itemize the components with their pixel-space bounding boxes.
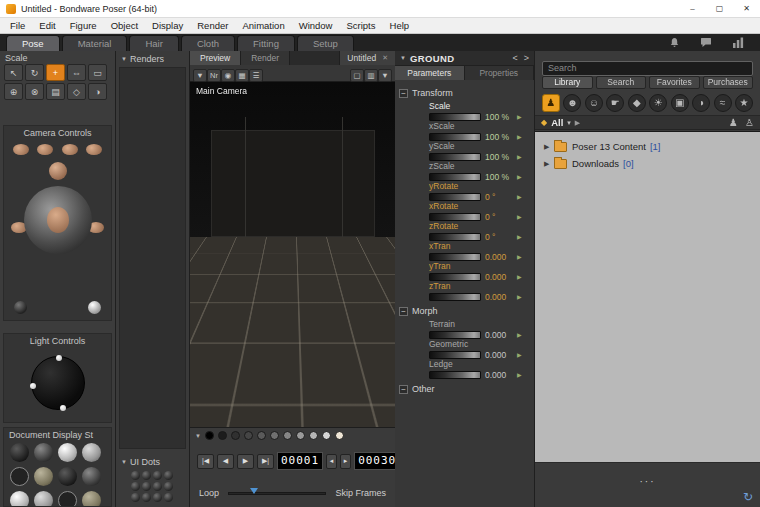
- document-close-icon[interactable]: ✕: [382, 54, 388, 62]
- style-flat-shaded-icon[interactable]: [270, 431, 279, 440]
- first-frame-button[interactable]: |◀: [197, 454, 214, 469]
- display-style-sphere[interactable]: [10, 491, 29, 506]
- render-compare-icon[interactable]: ☰: [249, 69, 263, 82]
- quick-figure-icon[interactable]: ♟: [729, 117, 738, 128]
- parameter-next-icon[interactable]: ▶: [517, 193, 522, 200]
- parameter-next-icon[interactable]: ▶: [517, 371, 522, 378]
- renders-list-area[interactable]: [119, 67, 186, 449]
- parameter-dial[interactable]: [429, 113, 481, 121]
- parameter-dial[interactable]: [429, 213, 481, 221]
- filter-expand-icon[interactable]: ▶: [575, 119, 580, 127]
- flash-render-icon[interactable]: ◉: [221, 69, 235, 82]
- prev-frame-button[interactable]: ◀: [217, 454, 234, 469]
- prev-actor-button[interactable]: <: [512, 53, 517, 63]
- ui-dot[interactable]: [142, 471, 151, 480]
- single-pane-icon[interactable]: ▢: [350, 69, 364, 82]
- menu-window[interactable]: Window: [292, 18, 340, 34]
- light-dot-icon[interactable]: [30, 383, 36, 389]
- room-tab-fitting[interactable]: Fitting: [237, 35, 295, 51]
- camera-trackball[interactable]: [24, 186, 92, 254]
- poses-category-icon[interactable]: ☻: [563, 94, 581, 112]
- render-queue-chart-icon[interactable]: [732, 37, 744, 48]
- display-style-sphere[interactable]: [34, 467, 53, 486]
- menu-render[interactable]: Render: [190, 18, 235, 34]
- ui-dot[interactable]: [164, 482, 173, 491]
- style-outline-icon[interactable]: [218, 431, 227, 440]
- lights-category-icon[interactable]: ☀: [649, 94, 667, 112]
- ui-dot[interactable]: [153, 482, 162, 491]
- parameter-next-icon[interactable]: ▶: [517, 113, 522, 120]
- more-options-icon[interactable]: ···: [640, 476, 656, 487]
- pane-layout-dropdown[interactable]: ▼: [378, 69, 392, 82]
- scenes-category-icon[interactable]: ★: [735, 94, 753, 112]
- timeline-scrubber[interactable]: [228, 492, 326, 495]
- library-item[interactable]: ▶Poser 13 Content[1]: [535, 138, 760, 155]
- minimize-button[interactable]: –: [679, 0, 706, 17]
- current-frame-display[interactable]: 00001: [277, 452, 323, 470]
- parameter-dial[interactable]: [429, 273, 481, 281]
- library-tab-library[interactable]: Library: [542, 76, 593, 89]
- parameter-next-icon[interactable]: ▶: [517, 293, 522, 300]
- menu-object[interactable]: Object: [104, 18, 145, 34]
- light-dot-icon[interactable]: [60, 405, 66, 411]
- collapse-icon[interactable]: ▼: [121, 459, 127, 465]
- menu-animation[interactable]: Animation: [235, 18, 291, 34]
- materials-category-icon[interactable]: ◑: [692, 94, 710, 112]
- parameter-next-icon[interactable]: ▶: [517, 273, 522, 280]
- parameter-dial[interactable]: [429, 173, 481, 181]
- library-filter-label[interactable]: All: [551, 117, 563, 128]
- display-style-sphere[interactable]: [58, 443, 77, 462]
- camera-head-icon[interactable]: [49, 162, 67, 180]
- chat-bubble-icon[interactable]: [700, 37, 712, 48]
- filter-dropdown-icon[interactable]: ▾: [567, 119, 571, 127]
- quick-prop-icon[interactable]: ♙: [745, 117, 754, 128]
- style-cartoon-icon[interactable]: [296, 431, 305, 440]
- style-texture-shaded-icon[interactable]: [335, 431, 344, 440]
- camera-hand-icon[interactable]: [62, 144, 78, 155]
- twist-tool[interactable]: ⊗: [25, 83, 44, 100]
- parameter-dial[interactable]: [429, 351, 481, 359]
- parameter-next-icon[interactable]: ▶: [517, 351, 522, 358]
- taper-tool[interactable]: ◇: [67, 83, 86, 100]
- style-hidden-line-icon[interactable]: [244, 431, 253, 440]
- library-item[interactable]: ▶Downloads[0]: [535, 155, 760, 172]
- collapse-icon[interactable]: ▼: [121, 56, 127, 62]
- area-render-icon[interactable]: ▦: [235, 69, 249, 82]
- menu-help[interactable]: Help: [383, 18, 417, 34]
- close-button[interactable]: ✕: [733, 0, 760, 17]
- room-tab-material[interactable]: Material: [62, 35, 128, 51]
- room-tab-setup[interactable]: Setup: [297, 35, 354, 51]
- scale-tool[interactable]: ▤: [46, 83, 65, 100]
- renders-header[interactable]: ▼ Renders: [116, 51, 189, 64]
- parameter-dial[interactable]: [429, 371, 481, 379]
- parameter-dial[interactable]: [429, 153, 481, 161]
- display-style-sphere[interactable]: [82, 467, 101, 486]
- parameter-next-icon[interactable]: ▶: [517, 153, 522, 160]
- library-tab-favorites[interactable]: Favorites: [649, 76, 700, 89]
- parameter-dial[interactable]: [429, 331, 481, 339]
- parameter-dial[interactable]: [429, 133, 481, 141]
- room-tab-cloth[interactable]: Cloth: [181, 35, 235, 51]
- display-style-sphere[interactable]: [10, 467, 29, 486]
- style-flat-lined-icon[interactable]: [283, 431, 292, 440]
- parameter-next-icon[interactable]: ▶: [517, 173, 522, 180]
- menu-file[interactable]: File: [3, 18, 32, 34]
- play-button[interactable]: ▶: [237, 454, 254, 469]
- collapse-section-icon[interactable]: −: [399, 89, 408, 98]
- light-sphere-control[interactable]: [31, 356, 85, 410]
- 3d-viewport[interactable]: Main Camera: [190, 82, 395, 427]
- expand-icon[interactable]: ▶: [544, 160, 553, 168]
- ui-dot[interactable]: [142, 482, 151, 491]
- style-silhouette-icon[interactable]: [205, 431, 214, 440]
- params-tab-properties[interactable]: Properties: [465, 66, 535, 80]
- camera-hand-icon[interactable]: [37, 144, 53, 155]
- camera-hand-icon[interactable]: [13, 144, 29, 155]
- expressions-category-icon[interactable]: ☺: [585, 94, 603, 112]
- camera-hand-icon[interactable]: [86, 144, 102, 155]
- search-input[interactable]: [542, 61, 753, 76]
- ui-dot[interactable]: [131, 482, 140, 491]
- camera-select-dropdown[interactable]: ▼: [193, 69, 207, 82]
- style-smooth-lined-icon[interactable]: [322, 431, 331, 440]
- display-style-sphere[interactable]: [82, 443, 101, 462]
- menu-figure[interactable]: Figure: [63, 18, 104, 34]
